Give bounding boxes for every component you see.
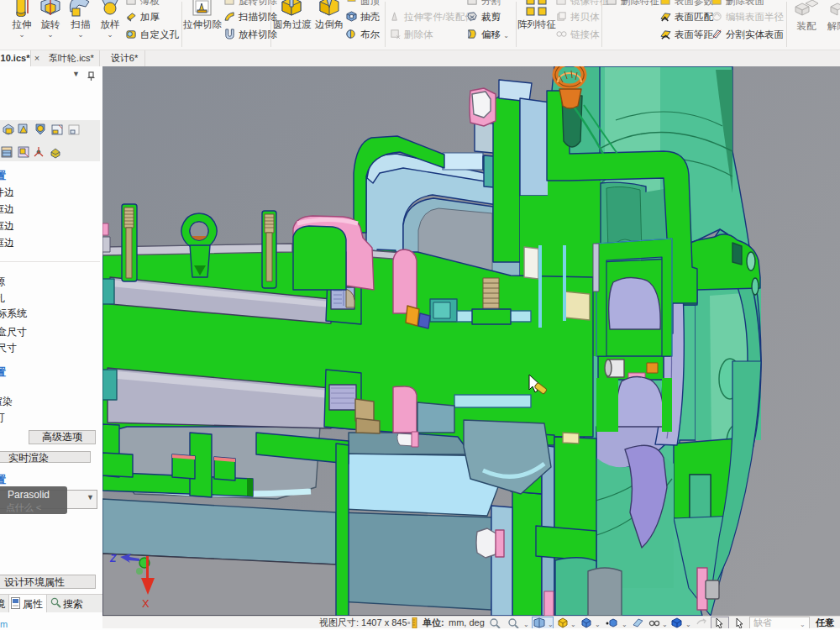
svg-text:X: X	[142, 597, 150, 610]
svg-text:Z: Z	[109, 553, 117, 564]
